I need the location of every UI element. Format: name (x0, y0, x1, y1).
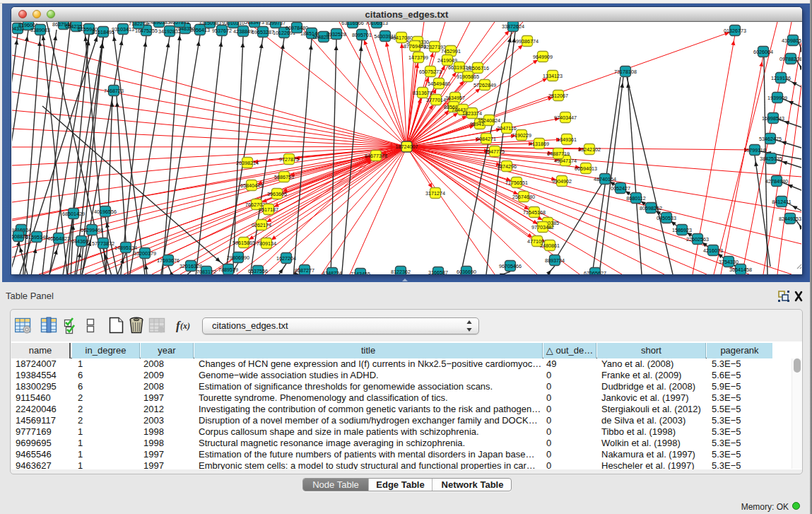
svg-text:7874296: 7874296 (497, 163, 517, 170)
svg-text:7083172: 7083172 (196, 269, 216, 274)
svg-text:18724007: 18724007 (396, 144, 418, 150)
svg-text:4348734: 4348734 (322, 270, 342, 274)
svg-text:42784980: 42784980 (765, 178, 788, 185)
svg-text:71756551: 71756551 (505, 180, 528, 186)
svg-text:4238849: 4238849 (233, 28, 253, 35)
svg-text:0947775: 0947775 (485, 148, 505, 155)
svg-text:1473799: 1473799 (408, 54, 428, 61)
svg-text:65075273: 65075273 (419, 69, 442, 75)
svg-text:0052427: 0052427 (611, 185, 630, 192)
svg-text:69653287: 69653287 (252, 29, 274, 35)
svg-text:70106513: 70106513 (365, 22, 388, 26)
svg-text:7809134: 7809134 (257, 240, 276, 247)
svg-text:25674680: 25674680 (512, 194, 535, 200)
svg-text:7889579: 7889579 (218, 267, 238, 273)
svg-text:67065627: 67065627 (584, 270, 606, 274)
svg-text:57262849: 57262849 (473, 82, 496, 88)
svg-text:80598262: 80598262 (640, 205, 662, 211)
svg-text:1334123: 1334123 (543, 73, 563, 79)
svg-text:24896383: 24896383 (148, 22, 170, 25)
svg-text:7182278: 7182278 (129, 22, 148, 27)
svg-text:97703482: 97703482 (531, 224, 554, 230)
svg-text:8313678: 8313678 (413, 90, 433, 96)
svg-text:4657871: 4657871 (170, 22, 189, 25)
svg-text:65840449: 65840449 (240, 182, 263, 189)
svg-text:3634957: 3634957 (445, 95, 465, 101)
svg-text:(x): (x) (180, 321, 190, 331)
svg-text:3171274: 3171274 (425, 190, 445, 197)
svg-text:99386774: 99386774 (516, 38, 539, 45)
svg-text:09788208: 09788208 (779, 56, 801, 62)
svg-text:84677378: 84677378 (365, 153, 387, 159)
svg-text:10799118: 10799118 (743, 147, 765, 153)
svg-text:7190229: 7190229 (512, 132, 531, 139)
svg-text:1627204: 1627204 (276, 255, 296, 262)
svg-text:4131869: 4131869 (529, 141, 549, 147)
svg-text:17693676: 17693676 (157, 257, 180, 264)
svg-text:3389083: 3389083 (30, 27, 50, 33)
svg-text:91905865: 91905865 (457, 74, 479, 80)
svg-text:61595148: 61595148 (25, 234, 48, 240)
svg-text:1219136: 1219136 (771, 75, 791, 81)
svg-text:83242102: 83242102 (578, 146, 601, 153)
svg-text:8893734: 8893734 (545, 257, 565, 264)
svg-text:18506716: 18506716 (466, 65, 489, 71)
svg-text:1586923: 1586923 (672, 227, 692, 233)
svg-text:0450533: 0450533 (657, 215, 676, 221)
svg-text:96705466: 96705466 (499, 263, 522, 269)
svg-text:36541458: 36541458 (729, 267, 752, 273)
svg-text:46564823: 46564823 (47, 235, 70, 242)
svg-text:29806990: 29806990 (227, 255, 249, 261)
svg-text:68501429: 68501429 (62, 211, 85, 217)
svg-text:33872624: 33872624 (502, 23, 524, 30)
svg-text:54549480: 54549480 (428, 81, 450, 87)
svg-text:71545168: 71545168 (523, 209, 546, 216)
svg-text:97403447: 97403447 (554, 115, 577, 121)
svg-text:2480861: 2480861 (540, 243, 560, 249)
svg-text:0084271: 0084271 (476, 136, 496, 142)
svg-text:6026064: 6026064 (753, 49, 773, 55)
svg-text:63116566: 63116566 (341, 22, 363, 26)
svg-text:26398214: 26398214 (236, 160, 259, 166)
svg-text:06594013: 06594013 (575, 165, 597, 172)
svg-text:8095701: 8095701 (352, 32, 372, 38)
svg-text:33200379: 33200379 (134, 250, 156, 257)
svg-text:35240824: 35240824 (478, 117, 500, 124)
svg-text:43098050: 43098050 (782, 37, 801, 44)
svg-text:7143455: 7143455 (351, 271, 370, 274)
svg-text:16998543: 16998543 (762, 115, 784, 122)
svg-text:8299737: 8299737 (266, 22, 286, 26)
svg-text:8680112: 8680112 (626, 195, 645, 201)
svg-text:8412411: 8412411 (772, 199, 791, 205)
svg-text:7452991: 7452991 (441, 48, 461, 54)
svg-text:8687277: 8687277 (295, 267, 314, 274)
svg-text:93103413: 93103413 (112, 26, 134, 33)
svg-text:59615865: 59615865 (233, 240, 255, 246)
svg-text:48740164: 48740164 (594, 176, 616, 182)
svg-text:33150983: 33150983 (199, 22, 221, 26)
svg-text:5183473: 5183473 (245, 22, 264, 25)
svg-text:73178108: 73178108 (614, 69, 637, 75)
svg-text:6036690: 6036690 (457, 269, 476, 274)
svg-text:38425135: 38425135 (760, 156, 782, 162)
svg-text:3777014: 3777014 (426, 97, 446, 103)
svg-text:53462475: 53462475 (759, 136, 782, 142)
svg-text:4216073: 4216073 (703, 247, 723, 254)
svg-text:57773872: 57773872 (92, 240, 114, 247)
svg-text:9517187: 9517187 (259, 206, 278, 213)
svg-text:9649909: 9649909 (533, 54, 553, 60)
svg-text:0262174: 0262174 (252, 222, 271, 228)
svg-text:9537672: 9537672 (212, 28, 232, 34)
svg-text:5886753: 5886753 (274, 174, 294, 180)
svg-text:22602563: 22602563 (686, 236, 709, 243)
svg-text:2419049: 2419049 (437, 57, 457, 64)
svg-text:7468723: 7468723 (104, 88, 124, 94)
svg-text:9904902: 9904902 (552, 178, 572, 185)
svg-text:64887719: 64887719 (547, 151, 570, 157)
svg-text:82449353: 82449353 (779, 216, 801, 222)
svg-text:9727875: 9727875 (279, 156, 299, 163)
svg-text:66299468: 66299468 (81, 227, 103, 233)
svg-text:8932528: 8932528 (326, 31, 346, 37)
svg-text:3166587: 3166587 (428, 269, 448, 274)
svg-text:3754330: 3754330 (719, 259, 739, 265)
